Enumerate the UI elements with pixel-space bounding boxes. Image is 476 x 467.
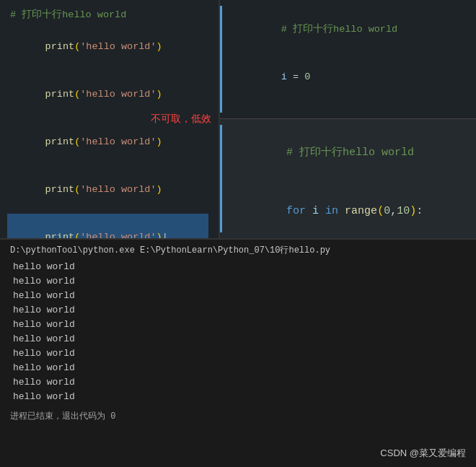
left-border-indicator bbox=[220, 6, 222, 113]
not-good-label: 不可取，低效 bbox=[151, 113, 211, 126]
terminal-output: hello world hello world hello world hell… bbox=[10, 260, 466, 404]
terminal-line-7: hello world bbox=[10, 346, 466, 361]
right-bottom-line-1: for i in range(0,10): bbox=[230, 181, 466, 242]
terminal-line-6: hello world bbox=[10, 332, 466, 346]
code-line-1: print('hello world') bbox=[10, 23, 208, 71]
right-top-comment: # 打印十行hello world bbox=[230, 6, 466, 53]
right-top-panel: # 打印十行hello world i = 0 while i < 10: pr… bbox=[220, 0, 476, 119]
terminal-line-9: hello world bbox=[10, 375, 466, 390]
right-bottom-panel: # 打印十行hello world for i in range(0,10): … bbox=[220, 119, 476, 238]
right-bottom-comment: # 打印十行hello world bbox=[230, 125, 466, 181]
terminal-line-4: hello world bbox=[10, 303, 466, 318]
terminal-header: D:\pythonTool\python.exe E:\PythonLearn\… bbox=[10, 244, 466, 257]
right-top-line-1: i = 0 bbox=[230, 53, 466, 101]
terminal-line-10: hello world bbox=[10, 390, 466, 404]
terminal-line-3: hello world bbox=[10, 289, 466, 303]
left-comment: # 打印十行hello world bbox=[10, 7, 208, 23]
left-code-panel: # 打印十行hello world print('hello world') p… bbox=[0, 0, 220, 238]
terminal-panel: D:\pythonTool\python.exe E:\PythonLearn\… bbox=[0, 238, 476, 467]
code-line-2: print('hello world') bbox=[10, 71, 208, 118]
terminal-line-2: hello world bbox=[10, 274, 466, 289]
terminal-line-8: hello world bbox=[10, 361, 466, 375]
terminal-line-1: hello world bbox=[10, 260, 466, 274]
code-line-4: print('hello world') bbox=[10, 166, 208, 214]
left-border-indicator-2 bbox=[220, 125, 222, 232]
terminal-footer: 进程已结束，退出代码为 0 bbox=[10, 410, 466, 422]
csdn-watermark: CSDN @菜又爱编程 bbox=[380, 447, 466, 460]
terminal-line-5: hello world bbox=[10, 318, 466, 332]
right-code-panel: # 打印十行hello world i = 0 while i < 10: pr… bbox=[220, 0, 476, 238]
